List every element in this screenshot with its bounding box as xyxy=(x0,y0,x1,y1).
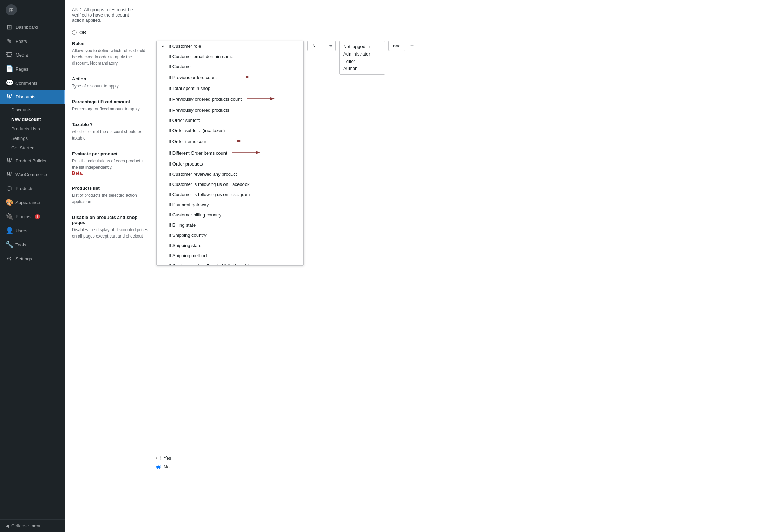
or-radio[interactable] xyxy=(72,30,77,35)
dropdown-item-label-6: If Previously ordered products xyxy=(169,108,229,113)
disable-desc: Disables the display of discounted price… xyxy=(72,227,149,239)
dropdown-item-label-10: If Different Order items count xyxy=(169,150,227,156)
sidebar-item-comments[interactable]: 💬 Comments xyxy=(0,76,65,90)
sidebar-item-media[interactable]: 🖼 Media xyxy=(0,48,65,62)
products-list-desc: List of products the selected action app… xyxy=(72,192,149,205)
products-list-section: Products list List of products the selec… xyxy=(72,186,149,205)
dropdown-item-label-17: If Billing state xyxy=(169,222,196,228)
woocommerce-icon: W xyxy=(6,171,13,178)
disable-label: Disable on products and shop pages xyxy=(72,215,149,225)
dropdown-item-8[interactable]: If Order subtotal (inc. taxes) xyxy=(157,125,303,136)
sidebar-sub-discounts[interactable]: Discounts xyxy=(0,105,65,115)
dropdown-item-label-8: If Order subtotal (inc. taxes) xyxy=(169,128,225,133)
no-radio[interactable] xyxy=(156,465,161,469)
sidebar-item-products[interactable]: ⬡ Products xyxy=(0,181,65,195)
dropdown-item-20[interactable]: If Shipping method xyxy=(157,251,303,261)
sidebar-item-dashboard[interactable]: ⊞ Dashboard xyxy=(0,20,65,34)
dropdown-item-label-7: If Order subtotal xyxy=(169,118,201,123)
appearance-icon: 🎨 xyxy=(6,199,13,206)
in-select[interactable]: IN NOT IN xyxy=(307,41,336,51)
taxable-desc: whether or not the discount should be ta… xyxy=(72,129,149,141)
dropdown-item-label-2: If Customer xyxy=(169,64,192,69)
sidebar-logo: ⊞ xyxy=(0,0,65,20)
action-section: Action Type of discount to apply. xyxy=(72,76,149,89)
sidebar-item-woocommerce[interactable]: W WooCommerce xyxy=(0,168,65,181)
dropdown-item-1[interactable]: If Customer email domain name xyxy=(157,51,303,61)
sidebar-item-discounts[interactable]: W Discounts xyxy=(0,90,65,104)
dropdown-item-4[interactable]: If Total spent in shop xyxy=(157,83,303,93)
sidebar-item-tools[interactable]: 🔧 Tools xyxy=(0,238,65,252)
dropdown-item-18[interactable]: If Shipping country xyxy=(157,230,303,240)
dropdown-item-13[interactable]: If Customer is following us on Facebook xyxy=(157,179,303,189)
minus-button[interactable]: − xyxy=(409,41,416,51)
dropdown-item-11[interactable]: If Order products xyxy=(157,159,303,169)
dropdown-item-label-15: If Payment gateway xyxy=(169,202,209,207)
dropdown-item-2[interactable]: If Customer xyxy=(157,61,303,72)
dropdown-item-3[interactable]: If Previous orders count xyxy=(157,72,303,83)
sidebar-item-media-label: Media xyxy=(15,52,28,58)
dropdown-item-label-14: If Customer is following us on Instagram xyxy=(169,192,250,197)
disable-options: Yes No xyxy=(156,455,770,469)
discounts-icon: W xyxy=(6,93,13,100)
rules-row: Rules Allows you to define which rules s… xyxy=(72,41,770,473)
main-content: AND: All groups rules must be verified t… xyxy=(65,0,777,532)
and-button[interactable]: and xyxy=(388,41,405,51)
sidebar-item-users-label: Users xyxy=(15,228,27,233)
rules-label: Rules xyxy=(72,41,149,46)
dropdown-item-label-11: If Order products xyxy=(169,161,203,167)
sidebar-sub-get-started[interactable]: Get Started xyxy=(0,143,65,153)
sidebar-sub-new-discount[interactable]: New discount xyxy=(0,115,65,124)
dropdown-item-7[interactable]: If Order subtotal xyxy=(157,115,303,125)
dropdown-item-16[interactable]: If Customer billing country xyxy=(157,210,303,220)
sidebar-item-pages[interactable]: 📄 Pages xyxy=(0,62,65,76)
sidebar-sub-settings[interactable]: Settings xyxy=(0,134,65,143)
or-label: OR xyxy=(79,30,86,35)
rule-dropdown-list[interactable]: ✓If Customer roleIf Customer email domai… xyxy=(156,41,304,266)
sidebar-nav: ⊞ Dashboard ✎ Posts 🖼 Media 📄 Pages 💬 Co… xyxy=(0,20,65,519)
sidebar-item-plugins[interactable]: 🔌 Plugins 1 xyxy=(0,209,65,223)
dropdown-item-10[interactable]: If Different Order items count xyxy=(157,147,303,159)
dropdown-item-17[interactable]: If Billing state xyxy=(157,220,303,230)
sidebar-item-users[interactable]: 👤 Users xyxy=(0,223,65,238)
collapse-label: Collapse menu xyxy=(11,523,42,528)
sidebar-sub-products-lists[interactable]: Products Lists xyxy=(0,124,65,134)
sidebar-item-appearance[interactable]: 🎨 Appearance xyxy=(0,195,65,209)
dropdown-item-14[interactable]: If Customer is following us on Instagram xyxy=(157,189,303,200)
dropdown-item-19[interactable]: If Shipping state xyxy=(157,240,303,251)
disable-section: Disable on products and shop pages Disab… xyxy=(72,215,149,239)
dropdown-item-12[interactable]: If Customer reviewed any product xyxy=(157,169,303,179)
dropdown-item-15[interactable]: If Payment gateway xyxy=(157,200,303,210)
dropdown-item-label-3: If Previous orders count xyxy=(169,75,217,80)
dashboard-icon: ⊞ xyxy=(6,23,13,31)
dropdown-item-label-13: If Customer is following us on Facebook xyxy=(169,182,250,187)
dropdown-item-5[interactable]: If Previously ordered products count xyxy=(157,93,303,105)
rules-left: Rules Allows you to define which rules s… xyxy=(72,41,149,473)
dropdown-row: ✓If Customer roleIf Customer email domai… xyxy=(156,41,770,266)
collapse-menu[interactable]: ◀ Collapse menu xyxy=(0,519,65,532)
sidebar-item-tools-label: Tools xyxy=(15,242,26,247)
no-option[interactable]: No xyxy=(156,464,770,469)
yes-option[interactable]: Yes xyxy=(156,455,770,461)
dropdown-item-label-5: If Previously ordered products count xyxy=(169,97,242,102)
arrow-annotation-9 xyxy=(214,138,242,145)
dropdown-item-label-19: If Shipping state xyxy=(169,243,201,248)
yes-radio[interactable] xyxy=(156,456,161,460)
sidebar-item-product-builder[interactable]: W Product Builder xyxy=(0,154,65,168)
posts-icon: ✎ xyxy=(6,37,13,45)
sidebar: ⊞ ⊞ Dashboard ✎ Posts 🖼 Media 📄 Pages 💬 … xyxy=(0,0,65,532)
rules-right: ✓If Customer roleIf Customer email domai… xyxy=(156,41,770,473)
sidebar-item-settings[interactable]: ⚙ Settings xyxy=(0,252,65,266)
percentage-label: Percentage / Fixed amount xyxy=(72,99,149,104)
dropdown-item-label-21: If Customer subscribed to Mailchimp list xyxy=(169,263,249,266)
dropdown-item-9[interactable]: If Order items count xyxy=(157,136,303,147)
content-wrap: AND: All groups rules must be verified t… xyxy=(65,0,777,532)
dropdown-item-0[interactable]: ✓If Customer role xyxy=(157,41,303,51)
svg-marker-5 xyxy=(237,140,242,142)
evaluate-desc: Run the calculations of each product in … xyxy=(72,158,149,170)
dropdown-item-21[interactable]: If Customer subscribed to Mailchimp list xyxy=(157,261,303,266)
sidebar-item-posts[interactable]: ✎ Posts xyxy=(0,34,65,48)
plugins-badge: 1 xyxy=(35,214,40,219)
dropdown-item-label-1: If Customer email domain name xyxy=(169,54,233,59)
dropdown-item-6[interactable]: If Previously ordered products xyxy=(157,105,303,115)
sidebar-item-posts-label: Posts xyxy=(15,39,27,44)
